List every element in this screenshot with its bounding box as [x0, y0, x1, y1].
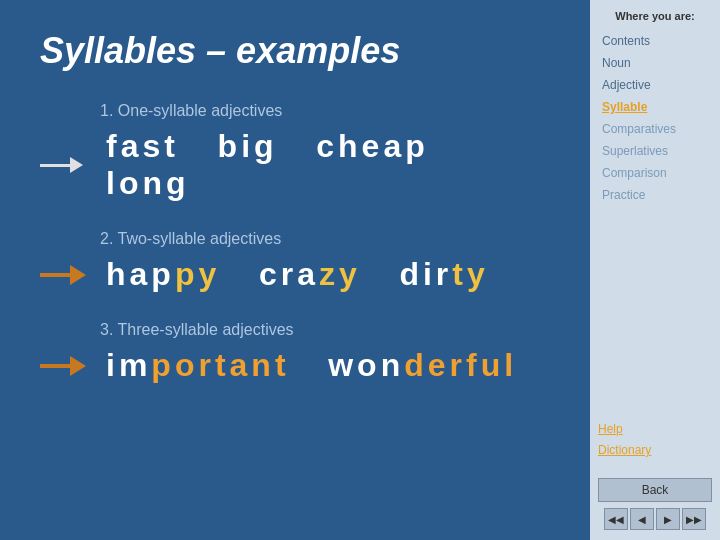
back-button[interactable]: Back	[598, 478, 712, 502]
sidebar: Where you are: Contents Noun Adjective S…	[590, 0, 720, 540]
where-you-are-label: Where you are:	[598, 10, 712, 22]
sidebar-item-noun[interactable]: Noun	[598, 52, 712, 74]
section-one-label: 1. One-syllable adjectives	[100, 102, 550, 120]
dictionary-link[interactable]: Dictionary	[598, 440, 712, 462]
section-one-syllable: 1. One-syllable adjectives fast big chea…	[40, 102, 550, 202]
arrow-two	[40, 265, 90, 285]
arrow-three	[40, 356, 90, 376]
section-one-row: fast big cheap long	[40, 128, 550, 202]
sidebar-item-contents[interactable]: Contents	[598, 30, 712, 52]
nav-last-button[interactable]: ▶▶	[682, 508, 706, 530]
nav-first-button[interactable]: ◀◀	[604, 508, 628, 530]
words-one-syllable: fast big cheap long	[106, 128, 550, 202]
sidebar-links: Help Dictionary	[598, 419, 712, 462]
nav-next-button[interactable]: ▶	[656, 508, 680, 530]
sidebar-item-practice[interactable]: Practice	[598, 184, 712, 206]
section-two-syllable: 2. Two-syllable adjectives happy crazy d…	[40, 230, 550, 293]
words-two-syllable: happy crazy dirty	[106, 256, 489, 293]
page-title: Syllables – examples	[40, 30, 550, 72]
main-content: Syllables – examples 1. One-syllable adj…	[0, 0, 590, 540]
sidebar-item-comparatives[interactable]: Comparatives	[598, 118, 712, 140]
nav-arrows: ◀◀ ◀ ▶ ▶▶	[598, 508, 712, 530]
sidebar-item-adjective[interactable]: Adjective	[598, 74, 712, 96]
sidebar-item-superlatives[interactable]: Superlatives	[598, 140, 712, 162]
section-two-row: happy crazy dirty	[40, 256, 550, 293]
sidebar-item-syllable[interactable]: Syllable	[598, 96, 712, 118]
section-three-syllable: 3. Three-syllable adjectives important w…	[40, 321, 550, 384]
words-three-syllable: important wonderful	[106, 347, 517, 384]
sidebar-item-comparison[interactable]: Comparison	[598, 162, 712, 184]
section-three-row: important wonderful	[40, 347, 550, 384]
section-three-label: 3. Three-syllable adjectives	[100, 321, 550, 339]
arrow-one	[40, 157, 90, 173]
section-two-label: 2. Two-syllable adjectives	[100, 230, 550, 248]
nav-prev-button[interactable]: ◀	[630, 508, 654, 530]
help-link[interactable]: Help	[598, 419, 712, 441]
